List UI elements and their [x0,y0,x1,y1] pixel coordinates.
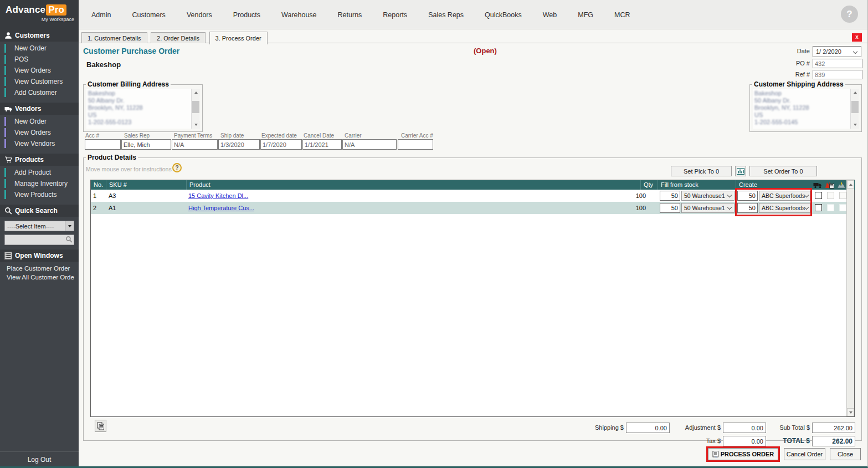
nav-item-admin[interactable]: Admin [91,11,111,19]
sidebar-item-view-vendors[interactable]: View Vendors [0,138,79,149]
set-order-to-zero-button[interactable]: Set Order To 0 [749,166,817,176]
nav-item-customers[interactable]: Customers [132,11,165,19]
row-checkbox-1[interactable] [815,204,822,211]
sidebar-item-add-customer[interactable]: Add Customer [0,87,79,98]
process-order-button[interactable]: PROCESS ORDER [708,448,778,460]
chart-report-button[interactable] [735,166,746,176]
sidebar-item-new-order[interactable]: New Order [0,43,79,54]
cancel-order-button[interactable]: Cancel Order [784,448,825,460]
tab-order-details[interactable]: 2. Order Details [151,32,206,43]
scroll-thumb[interactable] [192,101,199,113]
scroll-thumb[interactable] [851,101,859,113]
row-checkbox-2[interactable] [827,192,834,199]
shipping-scrollbar[interactable] [850,89,859,129]
acc-number-field[interactable] [85,139,121,150]
warehouse-dropdown[interactable]: 50 Warehouse1 [681,203,735,213]
cell-no: 1 [93,190,96,202]
expected-date-label: Expected date [261,133,297,139]
tab-customer-details[interactable]: 1. Customer Details [81,32,147,43]
vendor-dropdown[interactable]: ABC Superfoods [759,191,810,201]
sidebar-item-pos[interactable]: POS [0,54,79,65]
nav-item-sales-reps[interactable]: Sales Reps [428,11,464,19]
hint-help-icon[interactable]: ? [172,163,182,172]
table-row: 1 A3 15 Cavity Kitchen Dl... 100 50 Ware… [91,190,846,202]
row-checkbox-3[interactable] [839,192,846,199]
nav-item-products[interactable]: Products [233,11,260,19]
nav-item-returns[interactable]: Returns [338,11,362,19]
sidebar-item-manage-inventory[interactable]: Manage Inventory [0,178,79,189]
tab-process-order[interactable]: 3. Process Order [209,32,268,44]
nav-item-quickbooks[interactable]: QuickBooks [485,11,522,19]
sidebar-item-view-customers[interactable]: View Customers [0,76,79,87]
logo-advance: Advance [6,4,45,15]
scroll-down-icon[interactable] [847,408,854,416]
col-header-no: No. [91,180,106,190]
sidebar-item-vendor-view-orders[interactable]: View Orders [0,127,79,138]
help-icon[interactable]: ? [841,6,858,23]
close-button[interactable]: Close [830,448,861,460]
expected-date-field[interactable] [260,139,302,150]
nav-item-mcr[interactable]: MCR [614,11,630,19]
sidebar-section-products: Products [0,154,79,166]
logout-button[interactable]: Log Out [0,451,79,468]
vendor-value: ABC Superfoods [762,192,805,199]
nav-item-mfg[interactable]: MFG [578,11,593,19]
date-picker[interactable]: 1/ 2/2020 [813,46,861,57]
pick-qty-input[interactable] [660,191,680,201]
open-windows-icon [4,252,12,260]
cart-icon [4,156,12,164]
cell-no: 2 [93,202,96,214]
create-qty-input[interactable] [737,203,758,213]
billing-scrollbar[interactable] [191,89,199,129]
search-input-icon [65,236,73,243]
row-checkbox-2[interactable] [827,204,834,211]
row-checkbox-3[interactable] [839,204,846,211]
set-pick-to-zero-button[interactable]: Set Pick To 0 [671,166,732,176]
quick-search-select[interactable]: ----Select Item---- [4,221,74,231]
open-window-place-customer-order[interactable]: Place Customer Order [0,264,79,273]
scroll-down-icon[interactable] [851,121,859,129]
sidebar-item-add-product[interactable]: Add Product [0,167,79,178]
product-details-title: Product Details [86,154,138,161]
sidebar-item-view-orders[interactable]: View Orders [0,65,79,76]
nav-item-reports[interactable]: Reports [383,11,407,19]
sales-rep-field[interactable] [121,139,171,150]
pick-qty-input[interactable] [660,203,680,213]
chevron-down-icon [804,205,809,209]
date-label: Date [777,48,810,54]
product-table: No. SKU # Product Qty Fill from stock Cr… [90,180,855,417]
open-window-view-all-customer-orders[interactable]: View All Customer Orde [0,273,79,282]
close-tab-icon[interactable]: x [852,33,862,42]
date-value: 1/ 2/2020 [816,48,841,55]
sidebar-item-view-products[interactable]: View Products [0,189,79,200]
nav-item-warehouse[interactable]: Warehouse [281,11,316,19]
select-dropdown-arrow[interactable] [65,221,74,231]
col-header-sku: SKU # [106,180,186,190]
product-link[interactable]: 15 Cavity Kitchen Dl... [188,190,248,202]
vendor-dropdown[interactable]: ABC Superfoods [759,203,810,213]
table-scrollbar[interactable] [846,180,854,416]
ship-date-field[interactable] [218,139,260,150]
product-link[interactable]: High Temperature Cus... [188,202,254,214]
scroll-up-icon[interactable] [192,89,200,96]
scroll-down-icon[interactable] [192,121,200,129]
ref-number-field[interactable] [813,70,862,79]
payment-terms-label: Payment Terms [174,133,212,139]
scroll-up-icon[interactable] [851,89,859,96]
warehouse-value: 50 Warehouse1 [684,192,725,199]
create-qty-input[interactable] [737,191,758,201]
row-checkbox-1[interactable] [815,192,822,199]
carrier-acc-field[interactable] [398,139,433,150]
po-number-field[interactable] [813,59,862,68]
quick-search-input[interactable] [4,235,74,245]
warehouse-dropdown[interactable]: 50 Warehouse1 [681,191,735,201]
nav-item-vendors[interactable]: Vendors [187,11,212,19]
carrier-field[interactable] [342,139,397,150]
payment-terms-field[interactable] [172,139,218,150]
nav-item-web[interactable]: Web [543,11,557,19]
copy-lines-button[interactable] [95,420,106,432]
sidebar-item-vendor-new-order[interactable]: New Order [0,116,79,127]
scroll-up-icon[interactable] [847,180,854,189]
cancel-date-field[interactable] [302,139,342,150]
sidebar-section-title: Quick Search [15,207,58,215]
